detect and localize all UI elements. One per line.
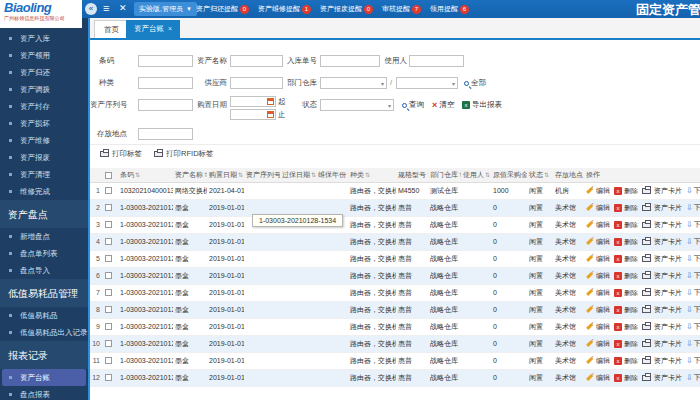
action-delete[interactable]: x 删除: [614, 203, 638, 213]
action-delete[interactable]: x 删除: [614, 271, 638, 281]
supplier-input[interactable]: [230, 77, 283, 89]
dept-select[interactable]: ▾: [320, 77, 387, 89]
sidebar-item[interactable]: 资产台账: [2, 369, 86, 386]
inbound-no-input[interactable]: [320, 55, 380, 67]
calendar-icon[interactable]: [267, 111, 274, 118]
action-delete[interactable]: x 删除: [614, 288, 638, 298]
all-link[interactable]: 全部: [464, 77, 486, 89]
tab-close-icon[interactable]: ×: [168, 25, 172, 32]
category-input[interactable]: [138, 77, 193, 89]
buy-date-to-input[interactable]: [230, 109, 276, 120]
notification-tab[interactable]: 资产维修提醒 1: [258, 4, 311, 14]
sort-icon[interactable]: ⇅: [459, 172, 461, 178]
action-printer[interactable]: 资产卡片: [642, 186, 682, 196]
notification-tab[interactable]: 审核提醒 7: [382, 4, 421, 14]
notification-tab[interactable]: 领用提醒 6: [430, 4, 469, 14]
sidebar-item[interactable]: 盘点单列表: [0, 245, 88, 262]
action-pencil[interactable]: 编辑: [586, 186, 610, 196]
column-header-location[interactable]: 存放地点⇅: [553, 168, 584, 182]
row-checkbox[interactable]: [105, 289, 112, 296]
column-header-expire_date[interactable]: 过保日期⇅: [280, 168, 316, 182]
sidebar-item[interactable]: 资产损坏: [0, 115, 88, 132]
action-download[interactable]: ⇩ 下载: [686, 254, 700, 264]
sort-icon[interactable]: ⇅: [427, 172, 428, 178]
action-printer[interactable]: 资产卡片: [642, 288, 682, 298]
status-select[interactable]: ▾: [320, 99, 394, 111]
action-download[interactable]: ⇩ 下载: [686, 220, 700, 230]
action-download[interactable]: ⇩ 下载: [686, 356, 700, 366]
action-download[interactable]: ⇩ 下载: [686, 322, 700, 332]
action-delete[interactable]: x 删除: [614, 356, 638, 366]
action-delete[interactable]: x 删除: [614, 186, 638, 196]
row-checkbox[interactable]: [105, 323, 112, 330]
action-delete[interactable]: x 删除: [614, 339, 638, 349]
row-checkbox[interactable]: [105, 238, 112, 245]
select-all-checkbox[interactable]: [105, 172, 112, 179]
row-checkbox[interactable]: [105, 374, 112, 381]
action-pencil[interactable]: 编辑: [586, 305, 610, 315]
sidebar-item[interactable]: 低值易耗品出入记录: [0, 324, 88, 341]
tab-home[interactable]: 首页: [94, 20, 129, 38]
action-printer[interactable]: 资产卡片: [642, 356, 682, 366]
column-header-model[interactable]: 规格型号⇅: [396, 168, 428, 182]
search-button[interactable]: 查询: [402, 99, 424, 111]
action-printer[interactable]: 资产卡片: [642, 322, 682, 332]
close-icon[interactable]: ✕: [119, 3, 127, 13]
sidebar-item[interactable]: 资产领用: [0, 47, 88, 64]
row-checkbox[interactable]: [105, 187, 112, 194]
action-printer[interactable]: 资产卡片: [642, 254, 682, 264]
column-header-buy_date[interactable]: 购置日期⇅: [207, 168, 244, 182]
user-input[interactable]: [409, 55, 464, 67]
action-pencil[interactable]: 编辑: [586, 373, 610, 383]
location-input[interactable]: [138, 128, 193, 140]
action-printer[interactable]: 资产卡片: [642, 305, 682, 315]
sort-icon[interactable]: ⇅: [238, 172, 243, 178]
sort-icon[interactable]: ⇅: [544, 172, 549, 178]
sidebar-item[interactable]: 新增盘点: [0, 228, 88, 245]
sidebar-item[interactable]: 资产清理: [0, 166, 88, 183]
notification-tab[interactable]: 资产报废提醒 0: [320, 4, 373, 14]
action-pencil[interactable]: 编辑: [586, 356, 610, 366]
sidebar-item[interactable]: 盘点导入: [0, 262, 88, 279]
column-header-warranty_years[interactable]: 维保年份⇅: [316, 168, 348, 182]
clear-button[interactable]: ×清空: [432, 99, 454, 111]
action-pencil[interactable]: 编辑: [586, 322, 610, 332]
export-report-button[interactable]: x导出报表: [462, 99, 502, 111]
action-delete[interactable]: x 删除: [614, 237, 638, 247]
action-pencil[interactable]: 编辑: [586, 271, 610, 281]
sort-icon[interactable]: ⇅: [135, 172, 140, 178]
sidebar-item[interactable]: 维修完成: [0, 183, 88, 200]
print-rfid-button[interactable]: 打印RFID标签: [154, 149, 214, 158]
action-delete[interactable]: x 删除: [614, 220, 638, 230]
action-pencil[interactable]: 编辑: [586, 288, 610, 298]
row-checkbox[interactable]: [105, 306, 112, 313]
action-pencil[interactable]: 编辑: [586, 203, 610, 213]
sidebar-item[interactable]: 资产归还: [0, 64, 88, 81]
column-header-category[interactable]: 种类⇅: [348, 168, 396, 182]
row-checkbox[interactable]: [105, 221, 112, 228]
row-checkbox[interactable]: [105, 272, 112, 279]
sidebar-item[interactable]: 盘点报表: [0, 386, 88, 400]
action-printer[interactable]: 资产卡片: [642, 271, 682, 281]
sidebar-item[interactable]: 资产报废: [0, 149, 88, 166]
column-header-name[interactable]: 资产名称⇅: [173, 168, 207, 182]
action-delete[interactable]: x 删除: [614, 322, 638, 332]
action-download[interactable]: ⇩ 下载: [686, 339, 700, 349]
user-role-dropdown[interactable]: 实验版,管理员▼: [134, 2, 197, 16]
sort-icon[interactable]: ⇅: [347, 172, 348, 178]
action-delete[interactable]: x 删除: [614, 373, 638, 383]
warehouse-select[interactable]: ▾: [396, 77, 458, 89]
tab-asset-ledger[interactable]: 资产台账×: [126, 20, 180, 38]
column-header-status[interactable]: 状态⇅: [527, 168, 553, 182]
sidebar-item[interactable]: 资产调拨: [0, 81, 88, 98]
row-checkbox[interactable]: [105, 340, 112, 347]
sidebar-collapse-icon[interactable]: «: [85, 3, 97, 15]
sort-icon[interactable]: ⇅: [485, 172, 490, 178]
sort-icon[interactable]: ⇅: [311, 172, 316, 178]
column-header-amount[interactable]: 原值采购金额⇅: [491, 168, 527, 182]
sidebar-item[interactable]: 资产维修: [0, 132, 88, 149]
serial-input[interactable]: [138, 99, 193, 111]
action-printer[interactable]: 资产卡片: [642, 203, 682, 213]
action-pencil[interactable]: 编辑: [586, 237, 610, 247]
row-checkbox[interactable]: [105, 357, 112, 364]
